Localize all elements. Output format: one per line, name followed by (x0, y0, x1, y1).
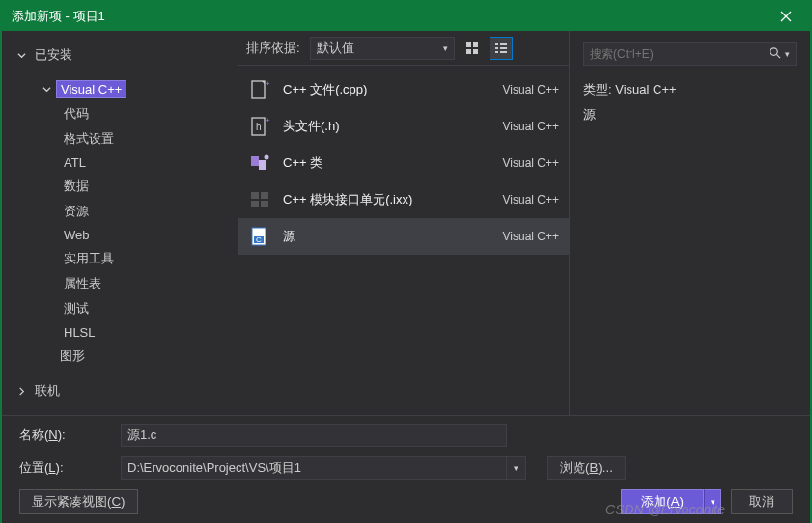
svg-rect-5 (500, 43, 507, 45)
svg-text:++: ++ (266, 116, 270, 124)
tree-item-0[interactable]: 代码 (14, 101, 238, 126)
tree-label: 资源 (60, 202, 93, 221)
svg-rect-1 (473, 42, 478, 47)
sort-value: 默认值 (317, 40, 354, 57)
svg-rect-3 (473, 49, 478, 54)
tree-label: 数据 (60, 177, 93, 196)
svg-rect-18 (251, 192, 259, 199)
tree-label: 实用工具 (60, 249, 118, 268)
svg-text:C: C (256, 235, 262, 244)
svg-text:h: h (256, 122, 262, 132)
tree-label-online: 联机 (31, 381, 64, 400)
location-dropdown[interactable]: ▾ (507, 456, 526, 480)
cancel-button[interactable]: 取消 (731, 489, 793, 514)
tree-label: 测试 (60, 299, 93, 318)
tree-item-5[interactable]: Web (14, 224, 238, 246)
tree-label: ATL (60, 154, 90, 171)
dialog-content: 已安装 Visual C++ 代码格式设置ATL数据资源Web实用工具属性表测试… (2, 31, 810, 523)
svg-rect-10 (252, 81, 265, 98)
details-pane: ▾ 类型: Visual C++ 源 (569, 31, 810, 415)
tree-label: HLSL (60, 324, 99, 341)
tree-installed[interactable]: 已安装 (14, 42, 238, 68)
chevron-down-icon (17, 48, 31, 63)
detail-type-value: Visual C++ (615, 82, 676, 96)
svg-text:++: ++ (266, 79, 270, 88)
dialog-window: 添加新项 - 项目1 已安装 Visual C++ 代码格式设置ATL数据资源W… (0, 0, 812, 523)
svg-rect-8 (495, 51, 498, 53)
list-icon (494, 41, 508, 55)
chevron-down-icon: ▾ (785, 49, 790, 59)
tree-label-visual-cpp: Visual C++ (56, 80, 126, 98)
svg-rect-6 (495, 47, 498, 49)
template-icon: ++ (248, 78, 271, 101)
svg-rect-20 (261, 192, 268, 199)
template-item-4[interactable]: C源Visual C++ (238, 218, 569, 255)
template-lang: Visual C++ (482, 156, 559, 170)
grid-icon (465, 41, 479, 55)
template-name: C++ 类 (283, 154, 470, 172)
tree-graphics[interactable]: 图形 (14, 344, 238, 369)
tree-item-6[interactable]: 实用工具 (14, 246, 238, 271)
template-lang: Visual C++ (482, 120, 559, 133)
svg-rect-4 (495, 43, 498, 45)
svg-point-17 (265, 155, 269, 160)
svg-rect-21 (261, 201, 268, 207)
template-item-0[interactable]: ++C++ 文件(.cpp)Visual C++ (238, 71, 569, 108)
tree-online[interactable]: 联机 (14, 378, 238, 403)
tree-label: 代码 (60, 104, 93, 124)
svg-rect-15 (251, 156, 259, 166)
toolbar: 排序依据: 默认值 ▾ (238, 31, 569, 66)
sort-dropdown[interactable]: 默认值 ▾ (310, 37, 455, 60)
search-box[interactable]: ▾ (583, 42, 797, 66)
watermark: CSDN @Ervoconite (605, 502, 725, 517)
detail-desc: 源 (583, 106, 797, 124)
tree-visual-cpp[interactable]: Visual C++ (14, 77, 238, 101)
template-list: ++C++ 文件(.cpp)Visual C++h++头文件(.h)Visual… (238, 66, 569, 415)
tree-label-graphics: 图形 (56, 346, 89, 366)
template-icon: h++ (248, 115, 271, 138)
template-lang: Visual C++ (482, 230, 559, 243)
close-button[interactable] (771, 2, 800, 31)
name-label: 名称(N): (19, 427, 111, 444)
svg-rect-7 (500, 47, 507, 49)
tree-item-3[interactable]: 数据 (14, 174, 238, 199)
svg-point-25 (770, 48, 777, 55)
template-item-2[interactable]: C++ 类Visual C++ (238, 145, 569, 181)
upper-pane: 已安装 Visual C++ 代码格式设置ATL数据资源Web实用工具属性表测试… (2, 31, 810, 415)
browse-button[interactable]: 浏览(B)... (547, 456, 626, 480)
search-input[interactable] (590, 47, 769, 61)
tree-label-installed: 已安装 (31, 45, 76, 65)
sort-label: 排序依据: (246, 40, 300, 57)
tree-label: 格式设置 (60, 129, 118, 149)
tree-item-4[interactable]: 资源 (14, 199, 238, 224)
svg-rect-9 (500, 51, 507, 53)
chevron-down-icon (42, 82, 56, 96)
tree-item-2[interactable]: ATL (14, 151, 238, 174)
view-grid-button[interactable] (461, 37, 484, 60)
tree-item-8[interactable]: 测试 (14, 296, 238, 321)
chevron-down-icon: ▾ (443, 43, 448, 53)
template-name: C++ 文件(.cpp) (283, 81, 470, 98)
template-item-1[interactable]: h++头文件(.h)Visual C++ (238, 108, 569, 145)
tree-item-9[interactable]: HLSL (14, 321, 238, 344)
tree-label: Web (60, 227, 94, 243)
tree-label: 属性表 (60, 274, 105, 293)
template-item-3[interactable]: C++ 模块接口单元(.ixx)Visual C++ (238, 181, 569, 218)
template-pane: 排序依据: 默认值 ▾ ++C++ 文件(.cpp)Visual C++h++头… (238, 31, 569, 415)
location-input[interactable] (121, 456, 507, 480)
svg-rect-16 (259, 160, 266, 170)
svg-rect-0 (466, 42, 471, 47)
location-row: 位置(L): ▾ 浏览(B)... (19, 456, 793, 480)
tree-item-7[interactable]: 属性表 (14, 271, 238, 296)
name-input[interactable] (121, 424, 507, 447)
compact-view-button[interactable]: 显示紧凑视图(C) (19, 489, 138, 514)
template-lang: Visual C++ (482, 83, 559, 96)
detail-type-label: 类型: (583, 82, 612, 96)
template-name: C++ 模块接口单元(.ixx) (283, 191, 470, 208)
window-title: 添加新项 - 项目1 (12, 8, 771, 25)
tree-item-1[interactable]: 格式设置 (14, 126, 238, 151)
view-list-button[interactable] (490, 37, 513, 60)
template-lang: Visual C++ (482, 193, 559, 206)
name-row: 名称(N): (19, 424, 793, 447)
svg-rect-2 (466, 49, 471, 54)
